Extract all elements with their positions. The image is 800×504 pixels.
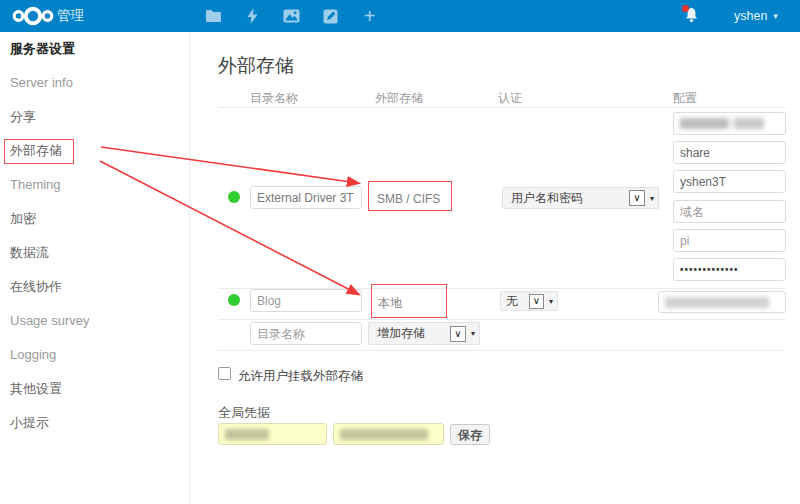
redacted-text xyxy=(225,429,269,440)
column-header-backend: 外部存储 xyxy=(375,90,423,107)
page-title: 外部存储 xyxy=(218,53,294,79)
dropdown-caret-icon: ▾ xyxy=(471,329,475,338)
sidebar-item-external-storage[interactable]: 外部存储 xyxy=(0,134,189,168)
sidebar-item-server-settings-header: 服务器设置 xyxy=(0,32,189,66)
allow-user-mount-label: 允许用户挂载外部存储 xyxy=(238,368,363,385)
chevron-down-icon: ▾ xyxy=(773,11,778,21)
sidebar-item-collaboration[interactable]: 在线协作 xyxy=(0,270,189,304)
dropdown-caret-icon: ▾ xyxy=(650,194,654,203)
header-app-nav: + xyxy=(205,0,378,32)
table-divider xyxy=(218,350,786,351)
select-chevron-icon: ∨ xyxy=(629,190,645,206)
folder-name-input[interactable] xyxy=(250,186,362,209)
status-ok-indicator xyxy=(228,191,240,203)
user-menu[interactable]: yshen ▾ xyxy=(734,0,778,32)
new-folder-name-input[interactable] xyxy=(250,322,362,345)
global-credential-username-input[interactable] xyxy=(218,423,327,445)
notifications-bell-icon[interactable] xyxy=(684,7,702,25)
save-button[interactable]: 保存 xyxy=(450,424,490,445)
notes-icon[interactable] xyxy=(322,8,339,25)
folder-name-input[interactable] xyxy=(250,289,362,312)
column-header-auth: 认证 xyxy=(498,90,522,107)
table-divider xyxy=(218,107,786,108)
backend-label-smb: SMB / CIFS xyxy=(377,192,440,206)
dropdown-caret-icon: ▾ xyxy=(549,297,553,306)
user-name: yshen xyxy=(734,9,767,23)
global-credential-password-input[interactable] xyxy=(333,423,444,445)
config-domain-input[interactable] xyxy=(673,200,786,223)
gallery-icon[interactable] xyxy=(283,8,300,25)
global-credentials-label: 全局凭据 xyxy=(218,404,270,422)
sidebar-item-activity-stream[interactable]: 数据流 xyxy=(0,236,189,270)
column-header-folder: 目录名称 xyxy=(250,90,298,107)
status-ok-indicator xyxy=(228,294,240,306)
backend-label-local: 本地 xyxy=(378,295,402,312)
notification-dot xyxy=(682,5,689,12)
sidebar-item-logging[interactable]: Logging xyxy=(0,338,189,372)
sidebar-item-additional-settings[interactable]: 其他设置 xyxy=(0,372,189,406)
config-password-input[interactable] xyxy=(673,258,786,281)
config-share-input[interactable] xyxy=(673,141,786,164)
auth-mechanism-select[interactable]: 无 ∨ ▾ xyxy=(500,291,558,311)
auth-mechanism-value: 无 xyxy=(506,293,518,310)
header-app-title: 管理 xyxy=(57,0,84,32)
nextcloud-logo-icon[interactable] xyxy=(11,5,55,27)
admin-settings-page: 管理 xyxy=(0,0,800,504)
redacted-text xyxy=(680,118,764,129)
files-icon[interactable] xyxy=(205,8,222,25)
sidebar-item-encryption[interactable]: 加密 xyxy=(0,202,189,236)
config-input-redacted[interactable] xyxy=(658,291,786,313)
sidebar-item-server-info[interactable]: Server info xyxy=(0,66,189,100)
select-chevron-icon: ∨ xyxy=(529,294,544,309)
redacted-text xyxy=(340,429,428,440)
sidebar-item-usage-survey[interactable]: Usage survey xyxy=(0,304,189,338)
allow-user-mount-checkbox[interactable] xyxy=(218,367,231,380)
config-username-input[interactable] xyxy=(673,170,786,193)
add-storage-select[interactable]: 增加存储 ∨ ▾ xyxy=(368,322,480,345)
column-header-config: 配置 xyxy=(673,90,697,107)
top-header: 管理 xyxy=(0,0,800,32)
config-host-input-redacted[interactable] xyxy=(673,112,786,135)
table-divider xyxy=(218,319,786,320)
settings-sidebar: 服务器设置 Server info 分享 外部存储 Theming 加密 数据流… xyxy=(0,32,190,504)
activity-icon[interactable] xyxy=(244,8,261,25)
select-chevron-icon: ∨ xyxy=(450,326,466,342)
auth-mechanism-select[interactable]: 用户名和密码 ∨ ▾ xyxy=(502,187,659,209)
add-apps-icon[interactable]: + xyxy=(361,8,378,25)
sidebar-item-tips[interactable]: 小提示 xyxy=(0,406,189,440)
auth-mechanism-value: 用户名和密码 xyxy=(511,190,583,207)
config-login-input[interactable] xyxy=(673,229,786,252)
add-storage-value: 增加存储 xyxy=(377,325,425,342)
sidebar-item-sharing[interactable]: 分享 xyxy=(0,100,189,134)
redacted-text xyxy=(665,297,769,308)
sidebar-item-theming[interactable]: Theming xyxy=(0,168,189,202)
